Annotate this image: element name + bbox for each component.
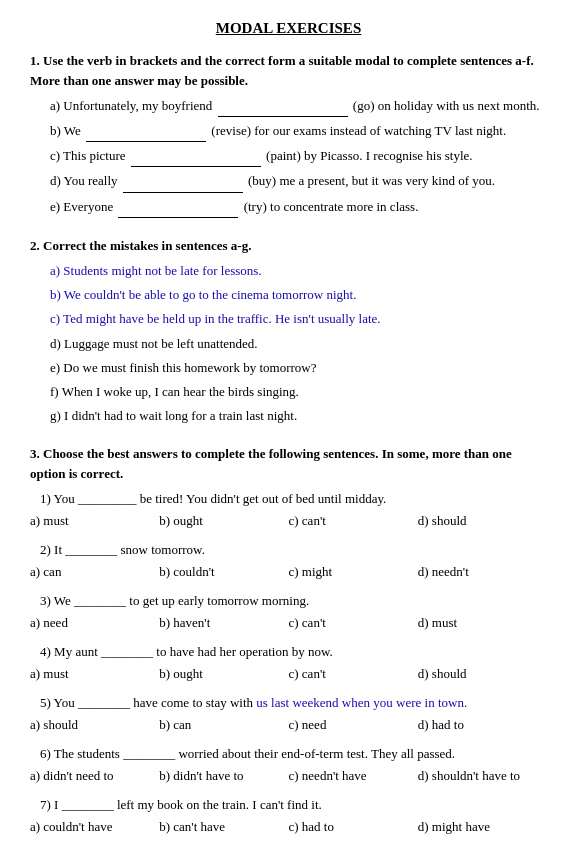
- item-2f: f) When I woke up, I can hear the birds …: [50, 382, 547, 402]
- q3-6-opt-c: c) needn't have: [289, 766, 418, 787]
- section-2-heading: 2. Correct the mistakes in sentences a-g…: [30, 236, 547, 256]
- section-2: 2. Correct the mistakes in sentences a-g…: [30, 236, 547, 426]
- q3-1-text: 1) You _________ be tired! You didn't ge…: [40, 489, 547, 509]
- item-2a: a) Students might not be late for lesson…: [50, 261, 547, 281]
- q3-2-opt-a: a) can: [30, 562, 159, 583]
- item-1b: b) We (revise) for our exams instead of …: [50, 121, 547, 142]
- q3-2-opt-d: d) needn't: [418, 562, 547, 583]
- blank-1b: [86, 121, 206, 142]
- item-2c: c) Ted might have be held up in the traf…: [50, 309, 547, 329]
- q3-1-options: a) must b) ought c) can't d) should: [30, 511, 547, 532]
- item-2g: g) I didn't had to wait long for a train…: [50, 406, 547, 426]
- q3-1-opt-a: a) must: [30, 511, 159, 532]
- q3-6-opt-a: a) didn't need to: [30, 766, 159, 787]
- q3-7-opt-b: b) can't have: [159, 817, 288, 838]
- q3-7-opt-d: d) might have: [418, 817, 547, 838]
- q3-6-text: 6) The students ________ worried about t…: [40, 744, 547, 764]
- blank-1d: [123, 171, 243, 192]
- page-title: MODAL EXERCISES: [30, 20, 547, 37]
- q3-4-text: 4) My aunt ________ to have had her oper…: [40, 642, 547, 662]
- q3-3-opt-b: b) haven't: [159, 613, 288, 634]
- q3-3-opt-d: d) must: [418, 613, 547, 634]
- q3-5-opt-b: b) can: [159, 715, 288, 736]
- section-3: 3. Choose the best answers to complete t…: [30, 444, 547, 838]
- section-3-heading: 3. Choose the best answers to complete t…: [30, 444, 547, 483]
- q3-2-text: 2) It ________ snow tomorrow.: [40, 540, 547, 560]
- blank-1e: [118, 197, 238, 218]
- blank-1a: [218, 96, 348, 117]
- q3-5-options: a) should b) can c) need d) had to: [30, 715, 547, 736]
- q3-5-opt-c: c) need: [289, 715, 418, 736]
- q3-3-opt-c: c) can't: [289, 613, 418, 634]
- section-1: 1. Use the verb in brackets and the corr…: [30, 51, 547, 218]
- q3-1-opt-c: c) can't: [289, 511, 418, 532]
- section-1-heading: 1. Use the verb in brackets and the corr…: [30, 51, 547, 90]
- q3-4-opt-a: a) must: [30, 664, 159, 685]
- q3-6-options: a) didn't need to b) didn't have to c) n…: [30, 766, 547, 787]
- q3-6-opt-d: d) shouldn't have to: [418, 766, 547, 787]
- q3-7-opt-c: c) had to: [289, 817, 418, 838]
- q3-2-options: a) can b) couldn't c) might d) needn't: [30, 562, 547, 583]
- q3-3-text: 3) We ________ to get up early tomorrow …: [40, 591, 547, 611]
- q3-4-opt-c: c) can't: [289, 664, 418, 685]
- q3-7-opt-a: a) couldn't have: [30, 817, 159, 838]
- q3-7-options: a) couldn't have b) can't have c) had to…: [30, 817, 547, 838]
- q3-4-opt-b: b) ought: [159, 664, 288, 685]
- q3-1-opt-d: d) should: [418, 511, 547, 532]
- q3-4-opt-d: d) should: [418, 664, 547, 685]
- q3-3-opt-a: a) need: [30, 613, 159, 634]
- q3-5-opt-a: a) should: [30, 715, 159, 736]
- item-1e: e) Everyone (try) to concentrate more in…: [50, 197, 547, 218]
- blank-1c: [131, 146, 261, 167]
- q3-3-options: a) need b) haven't c) can't d) must: [30, 613, 547, 634]
- item-1a: a) Unfortunately, my boyfriend (go) on h…: [50, 96, 547, 117]
- q3-4-options: a) must b) ought c) can't d) should: [30, 664, 547, 685]
- q3-2-opt-b: b) couldn't: [159, 562, 288, 583]
- item-2d: d) Luggage must not be left unattended.: [50, 334, 547, 354]
- q3-7-text: 7) I ________ left my book on the train.…: [40, 795, 547, 815]
- item-1c: c) This picture (paint) by Picasso. I re…: [50, 146, 547, 167]
- q3-1-opt-b: b) ought: [159, 511, 288, 532]
- q3-5-text: 5) You ________ have come to stay with u…: [40, 693, 547, 713]
- item-2b: b) We couldn't be able to go to the cine…: [50, 285, 547, 305]
- q3-5-opt-d: d) had to: [418, 715, 547, 736]
- q3-6-opt-b: b) didn't have to: [159, 766, 288, 787]
- item-2e: e) Do we must finish this homework by to…: [50, 358, 547, 378]
- q3-2-opt-c: c) might: [289, 562, 418, 583]
- item-1d: d) You really (buy) me a present, but it…: [50, 171, 547, 192]
